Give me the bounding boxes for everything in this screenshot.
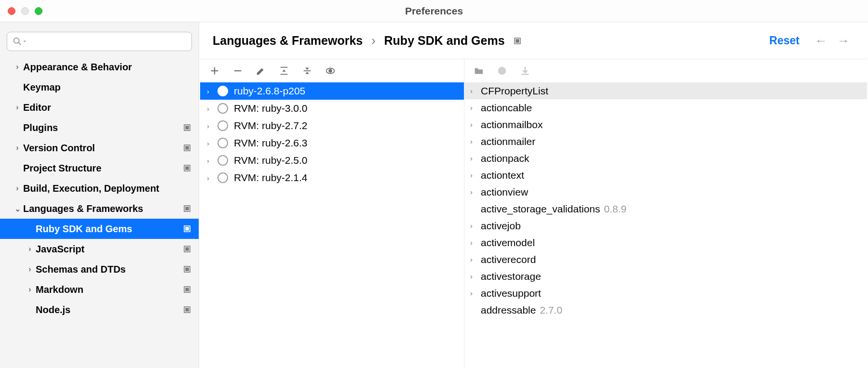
gem-item[interactable]: ›actiontext [464,167,867,184]
gem-name: actionmailer [481,136,535,147]
gem-name: active_storage_validations [481,203,600,215]
svg-rect-17 [186,288,189,291]
chevron-right-icon: › [470,289,481,297]
gem-docs-button[interactable] [496,65,508,77]
show-paths-button[interactable] [325,65,336,77]
window-title: Preferences [0,5,868,17]
gem-name: actionview [481,186,528,198]
sidebar-item-label: Appearance & Behavior [23,62,182,73]
radio-icon[interactable] [217,120,228,131]
sidebar-item-schemas-and-dtds[interactable]: ›Schemas and DTDs [0,259,199,279]
chevron-right-icon: › [207,157,217,165]
sidebar-item-label: Node.js [36,304,182,315]
gem-item[interactable]: ›CFPropertyList [464,82,867,99]
back-button[interactable]: ← [810,33,832,48]
sdk-label: RVM: ruby-3.0.0 [234,103,308,114]
reset-button[interactable]: Reset [769,34,800,47]
sidebar-item-keymap[interactable]: Keymap [0,77,199,97]
sidebar-item-label: Plugins [23,122,182,133]
sidebar-item-label: Version Control [23,143,182,154]
radio-icon[interactable] [217,138,228,148]
sidebar-item-label: Ruby SDK and Gems [36,223,182,235]
search-field[interactable] [30,37,187,47]
svg-rect-7 [186,167,189,170]
gem-name: activemodel [481,237,535,249]
project-scope-icon [182,265,192,273]
sidebar-item-version-control[interactable]: ›Version Control [0,138,199,158]
search-input[interactable] [7,32,192,51]
svg-rect-9 [186,207,189,210]
svg-rect-11 [186,227,189,230]
gem-item[interactable]: ›actionview [464,184,867,200]
svg-rect-13 [186,248,189,250]
open-gem-folder-button[interactable] [473,65,485,77]
sidebar-item-languages-frameworks[interactable]: ⌄Languages & Frameworks [0,198,199,219]
svg-rect-15 [186,268,189,271]
collapse-all-button[interactable] [301,65,313,77]
sdk-item[interactable]: ›RVM: ruby-2.7.2 [200,117,464,134]
titlebar: Preferences [0,0,868,22]
radio-icon[interactable] [217,172,228,183]
gem-item[interactable]: ›activesupport [464,285,867,302]
chevron-right-icon: › [470,137,481,145]
chevron-right-icon: › [470,171,481,179]
gem-item[interactable]: ›actionmailer [464,133,867,150]
gem-item[interactable]: ›activemodel [464,234,867,251]
sdk-item[interactable]: ›RVM: ruby-2.1.4 [200,169,464,186]
gem-version: 2.7.0 [540,304,562,316]
sidebar-item-project-structure[interactable]: Project Structure [0,158,199,178]
gem-item[interactable]: ›activerecord [464,251,867,268]
sdk-item[interactable]: ›RVM: ruby-3.0.0 [200,100,464,117]
gem-item[interactable]: ›actioncable [464,99,867,116]
edit-sdk-button[interactable] [255,65,267,77]
gem-name: activejob [481,220,521,232]
chevron-right-icon: › [207,105,217,113]
sidebar-item-javascript[interactable]: ›JavaScript [0,239,199,259]
gem-name: actionmailbox [481,119,542,131]
breadcrumb-item: Languages & Frameworks [213,34,363,48]
gem-name: addressable [481,304,536,316]
chevron-right-icon: › [470,238,481,247]
sdk-toolbar [200,59,464,82]
sidebar-item-appearance-behavior[interactable]: ›Appearance & Behavior [0,57,199,77]
radio-icon[interactable] [217,86,228,96]
sidebar-item-node-js[interactable]: Node.js [0,300,199,320]
gem-item[interactable]: ›activestorage [464,268,867,285]
breadcrumb: Languages & Frameworks › Ruby SDK and Ge… [213,34,769,48]
gem-item[interactable]: ›actionpack [464,150,867,167]
chevron-right-icon: › [470,104,481,112]
gem-toolbar [464,59,867,82]
chevron-right-icon: › [24,265,36,274]
svg-rect-21 [516,39,519,42]
add-sdk-button[interactable] [209,65,220,77]
chevron-down-icon: ⌄ [12,204,23,213]
chevron-right-icon: › [470,255,481,263]
forward-button[interactable]: → [832,33,854,48]
breadcrumb-item: Ruby SDK and Gems [384,34,505,48]
gem-item[interactable]: ›activejob [464,217,867,234]
radio-icon[interactable] [217,155,228,166]
gem-item[interactable]: ›actionmailbox [464,116,867,133]
sdk-item[interactable]: ›RVM: ruby-2.6.3 [200,134,464,152]
sidebar-item-ruby-sdk-and-gems[interactable]: Ruby SDK and Gems [0,219,199,239]
project-scope-icon [182,286,192,293]
preferences-sidebar: ›Appearance & BehaviorKeymap›EditorPlugi… [0,22,199,368]
sidebar-item-build-execution-deployment[interactable]: ›Build, Execution, Deployment [0,178,199,198]
sidebar-item-editor[interactable]: ›Editor [0,97,199,118]
remove-sdk-button[interactable] [232,65,244,77]
chevron-right-icon: › [470,120,481,129]
expand-all-button[interactable] [278,65,290,77]
svg-point-30 [498,67,506,75]
chevron-right-icon: › [371,34,375,48]
gem-name: activestorage [481,271,541,282]
chevron-right-icon: › [470,222,481,230]
chevron-right-icon: › [470,87,481,95]
sdk-item[interactable]: ›ruby-2.6.8-p205 [200,82,464,100]
download-gem-button[interactable] [519,65,531,77]
gem-item[interactable]: ›addressable2.7.0 [464,302,867,318]
radio-icon[interactable] [217,103,228,114]
sdk-item[interactable]: ›RVM: ruby-2.5.0 [200,152,464,169]
gem-item[interactable]: ›active_storage_validations0.8.9 [464,200,867,217]
sidebar-item-plugins[interactable]: Plugins [0,118,199,138]
sidebar-item-markdown[interactable]: ›Markdown [0,279,199,300]
